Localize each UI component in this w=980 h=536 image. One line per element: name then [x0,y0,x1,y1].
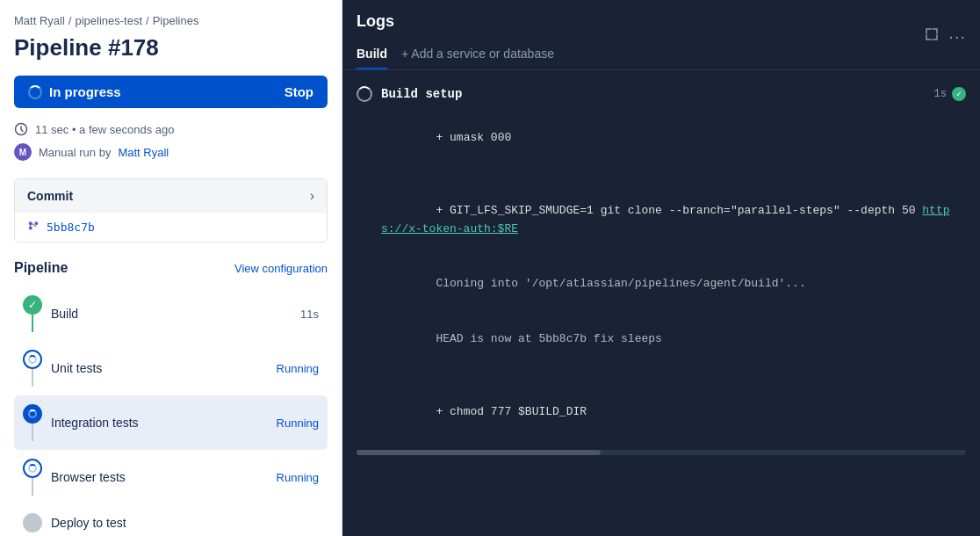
step-status-integration: Running [277,416,319,430]
in-progress-spinner [28,85,42,99]
duration-row: 11 sec • a few seconds ago [14,122,328,136]
build-setup-title: Build setup [357,86,462,102]
step-icon-deploy [23,513,42,532]
expand-logs-button[interactable] [924,26,940,47]
pipeline-step-build[interactable]: ✓ Build 11s [14,286,328,341]
commit-section: Commit › 5bb8c7b [14,178,328,243]
logs-actions: ··· [924,26,966,47]
pipeline-title: Pipeline [14,260,68,276]
step-icon-wrapper-unit [23,350,42,387]
step-icon-unit [23,350,42,369]
manual-run-row: M Manual run by Matt Ryall [14,143,328,161]
log-line-3: Cloning into '/opt/atlassian/pipelines/a… [381,257,966,311]
build-setup-spinner [357,86,372,102]
cmd-text-2: + GIT_LFS_SKIP_SMUDGE=1 git clone --bran… [436,204,922,217]
log-line-blank-2 [381,366,966,385]
log-line-4: HEAD is now at 5bb8c7b fix sleeps [381,312,966,366]
breadcrumb-sep1: / [68,14,72,27]
cmd-text-5: + chmod 777 $BUILD_DIR [436,405,587,418]
commit-header[interactable]: Commit › [15,179,327,213]
step-name-unit: Unit tests [51,361,268,375]
step-icon-wrapper-integration [23,404,42,441]
step-icon-browser [23,459,42,478]
page-title: Pipeline #178 [14,34,328,62]
log-line-5: + chmod 777 $BUILD_DIR [381,385,966,439]
logs-body: Build setup 1s ✓ + umask 000 + GIT_LFS_S… [342,70,980,536]
breadcrumb-section[interactable]: Pipelines [153,14,199,27]
pipeline-step-deploy[interactable]: Deploy to test [14,504,328,536]
step-icon-integration [23,404,42,424]
breadcrumb-user[interactable]: Matt Ryall [14,14,65,27]
step-icon-wrapper-build: ✓ [23,295,42,332]
pipeline-step-browser-tests[interactable]: Browser tests Running [14,450,328,504]
browser-spinner [28,464,37,473]
log-lines: + umask 000 + GIT_LFS_SKIP_SMUDGE=1 git … [342,107,980,443]
status-left: In progress [28,84,121,99]
step-status-unit: Running [277,362,319,375]
ellipsis-icon: ··· [948,26,966,46]
commit-body: 5bb8c7b [15,213,327,242]
pipeline-step-unit-tests[interactable]: Unit tests Running [14,341,328,395]
integration-spinner [28,409,37,418]
step-status-build: 11s [300,308,319,321]
logs-header-left: Logs Build + Add a service or database [357,12,568,69]
log-line-blank-1 [381,165,966,184]
commit-hash-link[interactable]: 5bb8c7b [47,221,95,234]
build-setup-duration: 1s [934,88,947,100]
connector-browser-deploy [32,478,33,496]
step-status-browser: Running [277,471,319,484]
more-options-button[interactable]: ··· [948,26,966,47]
step-icon-wrapper-deploy [23,513,42,532]
log-line-2: + GIT_LFS_SKIP_SMUDGE=1 git clone --bran… [381,184,966,257]
step-name-build: Build [51,307,292,321]
breadcrumb-repo[interactable]: pipelines-test [75,14,142,27]
run-by-prefix: Manual run by [39,146,111,159]
duration-text: 11 sec • a few seconds ago [35,123,174,136]
build-setup-success-icon: ✓ [952,87,966,101]
log-scrollbar-thumb [357,450,601,455]
step-name-integration: Integration tests [51,416,268,430]
status-label: In progress [49,84,121,99]
logs-header: Logs Build + Add a service or database ·… [342,0,980,70]
clock-icon [14,122,28,136]
pipeline-section-header: Pipeline View configuration [14,260,328,276]
breadcrumb: Matt Ryall / pipelines-test / Pipelines [14,14,328,27]
run-by-user-link[interactable]: Matt Ryall [118,146,169,159]
avatar: M [14,143,32,161]
commit-title: Commit [27,189,73,203]
connector-unit-integration [32,369,33,387]
stop-button[interactable]: Stop [285,84,313,99]
meta-info: 11 sec • a few seconds ago M Manual run … [14,122,328,161]
build-setup-meta: 1s ✓ [934,87,966,101]
unit-spinner [28,355,37,364]
right-panel: Logs Build + Add a service or database ·… [342,0,980,536]
connector-build-unit [32,315,33,332]
logs-tabs: Build + Add a service or database [357,40,568,69]
step-icon-build: ✓ [23,295,42,315]
view-configuration-link[interactable]: View configuration [234,262,328,275]
clone-line: Cloning into '/opt/atlassian/pipelines/a… [436,277,805,290]
step-icon-wrapper-browser [23,459,42,496]
logs-title: Logs [357,12,568,31]
log-line-1: + umask 000 [381,111,966,165]
build-setup-header[interactable]: Build setup 1s ✓ [342,81,980,107]
logs-tab-add-service[interactable]: + Add a service or database [401,40,554,69]
git-branch-icon [27,220,40,235]
step-name-browser: Browser tests [51,470,268,484]
log-scrollbar[interactable] [357,450,966,455]
breadcrumb-sep2: / [146,14,149,27]
connector-integration-browser [32,424,33,441]
cmd-text-1: + umask 000 [436,131,511,144]
logs-tab-build[interactable]: Build [357,40,387,69]
pipeline-steps: ✓ Build 11s Unit tests Running [14,286,328,536]
left-panel: Matt Ryall / pipelines-test / Pipelines … [0,0,342,536]
pipeline-step-integration-tests[interactable]: Integration tests Running [14,395,328,450]
chevron-right-icon: › [310,188,314,204]
build-setup-label: Build setup [381,87,462,101]
step-name-deploy: Deploy to test [51,516,310,530]
head-line: HEAD is now at 5bb8c7b fix sleeps [436,332,661,345]
status-button[interactable]: In progress Stop [14,76,328,108]
